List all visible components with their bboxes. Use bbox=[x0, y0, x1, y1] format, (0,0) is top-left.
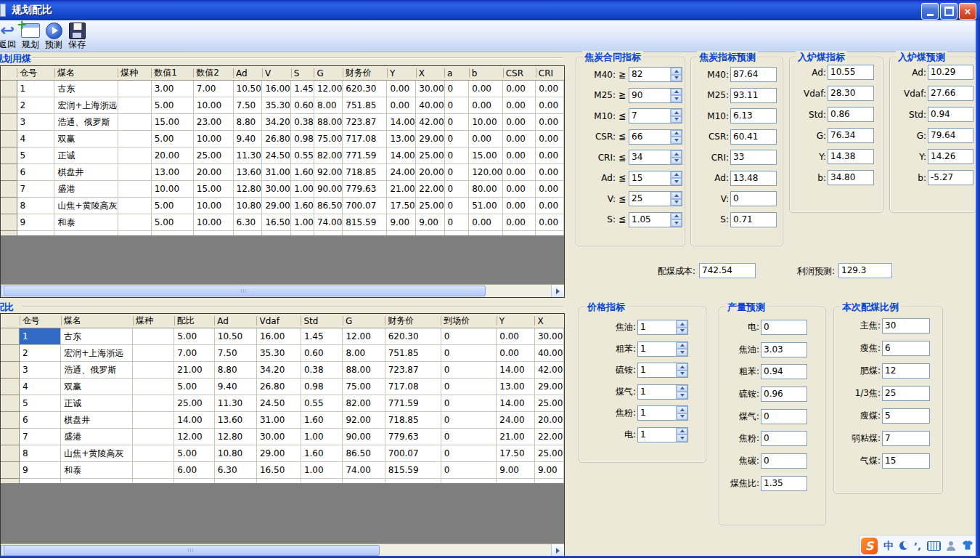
cell[interactable]: 42.00 bbox=[534, 362, 563, 379]
spin-input[interactable]: 1 bbox=[637, 384, 688, 400]
cell[interactable]: 0.00 bbox=[536, 214, 564, 231]
cell[interactable]: 82.00 bbox=[343, 395, 385, 412]
spin-up-button[interactable] bbox=[671, 89, 682, 96]
cell[interactable]: 7.00 bbox=[193, 81, 233, 97]
cell[interactable]: 29.00 bbox=[416, 131, 444, 147]
spin-down-button[interactable] bbox=[671, 178, 682, 185]
cell[interactable]: 723.87 bbox=[385, 362, 441, 379]
spin-input[interactable]: 7 bbox=[629, 108, 682, 124]
cell[interactable]: 5.00 bbox=[174, 379, 214, 395]
cell[interactable]: 120.00 bbox=[469, 164, 503, 181]
account-icon[interactable] bbox=[947, 541, 956, 551]
cell[interactable]: 31.00 bbox=[256, 412, 301, 429]
cell[interactable]: 0 bbox=[441, 379, 497, 395]
text-field[interactable]: 0.86 bbox=[828, 107, 874, 122]
cell[interactable]: 20.00 bbox=[534, 412, 563, 429]
cell[interactable]: 723.87 bbox=[343, 114, 387, 131]
skin-shirt-icon[interactable] bbox=[962, 541, 973, 551]
text-field[interactable]: 79.64 bbox=[928, 128, 973, 143]
text-field[interactable]: 14.38 bbox=[828, 149, 874, 164]
cell[interactable]: 40.00 bbox=[416, 97, 444, 114]
cell[interactable]: 30.00 bbox=[262, 181, 291, 198]
minimize-button[interactable] bbox=[921, 3, 939, 20]
cell[interactable]: 棋盘井 bbox=[61, 412, 133, 429]
cell[interactable]: 13.60 bbox=[233, 164, 262, 181]
cell[interactable]: 7.50 bbox=[214, 345, 256, 362]
row-selector[interactable] bbox=[1, 81, 17, 97]
cell[interactable]: 24.00 bbox=[497, 412, 535, 429]
cell[interactable]: 92.00 bbox=[343, 412, 385, 429]
spin-value[interactable]: 1 bbox=[638, 363, 676, 377]
cell[interactable]: 42.00 bbox=[416, 114, 444, 131]
cell[interactable]: 6.30 bbox=[214, 462, 256, 479]
cell[interactable]: 0.55 bbox=[291, 147, 314, 164]
scroll-right-button[interactable] bbox=[551, 544, 564, 557]
cell[interactable]: 771.59 bbox=[343, 147, 387, 164]
cell[interactable]: 10.80 bbox=[214, 445, 256, 462]
cell[interactable]: 0.00 bbox=[536, 198, 564, 214]
cell[interactable]: 30.00 bbox=[256, 429, 301, 445]
row-selector[interactable] bbox=[1, 429, 20, 445]
chinese-mode-icon[interactable]: 中 bbox=[883, 541, 894, 551]
cell[interactable]: 1.45 bbox=[301, 328, 343, 345]
cell[interactable]: 0.00 bbox=[469, 214, 503, 231]
text-field[interactable]: 10.29 bbox=[928, 65, 973, 80]
cell[interactable]: 1.60 bbox=[301, 412, 343, 429]
cell[interactable]: 0 bbox=[441, 412, 497, 429]
cell[interactable]: 17.50 bbox=[497, 445, 535, 462]
cell[interactable]: 13.00 bbox=[151, 164, 193, 181]
cell[interactable]: 34.20 bbox=[256, 362, 301, 379]
spin-up-button[interactable] bbox=[671, 109, 682, 116]
column-header[interactable]: S bbox=[291, 66, 314, 81]
cell[interactable]: 0 bbox=[441, 328, 497, 345]
column-header[interactable]: X bbox=[534, 314, 563, 328]
cell[interactable]: 1.00 bbox=[301, 462, 343, 479]
cell[interactable]: 22.00 bbox=[416, 181, 444, 198]
cell[interactable]: 4 bbox=[17, 131, 54, 147]
cell[interactable]: 浩通、俄罗斯 bbox=[61, 362, 133, 379]
spin-value[interactable]: 34 bbox=[629, 150, 670, 164]
cell[interactable]: 9.00 bbox=[497, 462, 535, 479]
text-field[interactable]: 13.48 bbox=[730, 171, 777, 186]
cell[interactable]: 0 bbox=[441, 395, 497, 412]
cell[interactable]: 25.00 bbox=[193, 147, 233, 164]
cell[interactable]: 正诚 bbox=[61, 395, 133, 412]
spin-up-button[interactable] bbox=[671, 68, 682, 75]
cell[interactable]: 7.50 bbox=[233, 97, 262, 114]
cell[interactable]: 15.00 bbox=[469, 147, 503, 164]
cell[interactable]: 0 bbox=[444, 97, 469, 114]
cell[interactable]: 14.00 bbox=[497, 395, 535, 412]
row-selector[interactable] bbox=[1, 328, 20, 345]
spin-down-button[interactable] bbox=[671, 219, 682, 227]
column-header[interactable]: 煤种 bbox=[133, 314, 174, 328]
row-selector[interactable] bbox=[1, 97, 17, 114]
close-button[interactable]: × bbox=[959, 3, 976, 20]
spin-input[interactable]: 34 bbox=[629, 150, 682, 165]
text-field[interactable]: 93.11 bbox=[730, 88, 777, 103]
cell[interactable]: 9 bbox=[20, 462, 61, 479]
cell[interactable]: 宏润+上海浙远 bbox=[61, 345, 133, 362]
cell[interactable]: 1.60 bbox=[291, 164, 314, 181]
cell[interactable]: 12.00 bbox=[314, 81, 342, 97]
cell[interactable]: 3 bbox=[20, 362, 61, 379]
cell[interactable]: 1 bbox=[17, 81, 54, 97]
cell[interactable]: 1.00 bbox=[301, 429, 343, 445]
keyboard-icon[interactable] bbox=[927, 541, 941, 551]
cell[interactable]: 0.00 bbox=[536, 147, 564, 164]
cell[interactable]: 35.30 bbox=[262, 97, 291, 114]
spin-input[interactable]: 1.05 bbox=[629, 212, 682, 227]
cell[interactable]: 浩通、俄罗斯 bbox=[54, 114, 118, 131]
row-selector[interactable] bbox=[1, 214, 17, 231]
plan-button[interactable]: 规划 bbox=[19, 21, 42, 52]
spin-input[interactable]: 66 bbox=[629, 129, 682, 145]
cell[interactable] bbox=[133, 412, 174, 429]
cell[interactable]: 21.00 bbox=[174, 362, 214, 379]
cell[interactable]: 10.80 bbox=[233, 198, 262, 214]
cell[interactable]: 6 bbox=[17, 164, 54, 181]
spin-up-button[interactable] bbox=[677, 363, 687, 371]
text-field[interactable]: 0 bbox=[761, 453, 807, 469]
text-field[interactable]: 27.66 bbox=[928, 86, 973, 101]
cell[interactable]: 0.00 bbox=[503, 198, 536, 214]
cell[interactable]: 0.00 bbox=[503, 147, 536, 164]
cell[interactable]: 31.00 bbox=[262, 164, 291, 181]
